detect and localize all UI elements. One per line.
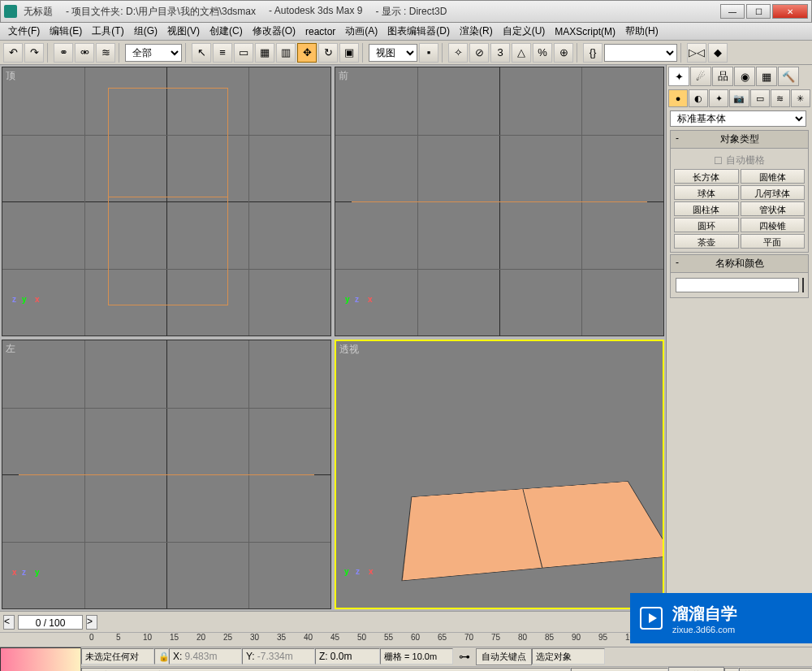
frame-counter[interactable]: 0 / 100	[18, 615, 83, 630]
object-color-swatch[interactable]	[802, 278, 804, 292]
viewport-perspective-label: 透视	[339, 343, 359, 357]
select-rect-button[interactable]: ▭	[234, 43, 253, 63]
tab-modify[interactable]: ☄	[690, 67, 711, 86]
subtab-spacewarps[interactable]: ≋	[771, 89, 790, 107]
link-button[interactable]: ⚭	[54, 43, 73, 63]
menu-reactor[interactable]: reactor	[300, 24, 340, 39]
redo-button[interactable]: ↷	[24, 43, 44, 63]
selection-filter-dropdown[interactable]: 全部	[125, 44, 182, 62]
tab-motion[interactable]: ◉	[734, 67, 755, 86]
menu-customize[interactable]: 自定义(U)	[498, 23, 551, 40]
keyboard-shortcut-button[interactable]: ⊘	[469, 43, 489, 63]
scale-button[interactable]: ▣	[339, 43, 359, 63]
reference-coord-dropdown[interactable]: 视图	[369, 44, 417, 62]
mirror-button[interactable]: ▷◁	[687, 43, 706, 63]
subtab-lights[interactable]: ✦	[709, 89, 728, 107]
object-name-input[interactable]	[676, 278, 799, 292]
tab-utilities[interactable]: 🔨	[778, 67, 799, 86]
pivot-button[interactable]: ▪	[419, 43, 438, 63]
menu-views[interactable]: 视图(V)	[162, 23, 205, 40]
viewport-top-label: 顶	[6, 69, 15, 83]
select-window-button[interactable]: ▦	[255, 43, 274, 63]
bind-button[interactable]: ≋	[96, 43, 115, 63]
subtab-shapes[interactable]: ◐	[689, 89, 708, 107]
menu-create[interactable]: 创建(C)	[205, 23, 248, 40]
named-selection-button[interactable]: {}	[583, 43, 603, 63]
time-slider-next[interactable]: >	[86, 615, 97, 630]
title-untitled: 无标题	[24, 5, 53, 19]
key-icon: ⊶	[453, 648, 476, 665]
btn-tube[interactable]: 管状体	[741, 201, 806, 216]
time-slider-prev[interactable]: <	[3, 615, 15, 630]
tab-display[interactable]: ▦	[756, 67, 777, 86]
move-button[interactable]: ✥	[297, 43, 317, 63]
btn-plane[interactable]: 平面	[741, 234, 806, 249]
menu-help[interactable]: 帮助(H)	[620, 23, 663, 40]
category-dropdown[interactable]: 标准基本体	[670, 110, 806, 127]
angle-snap-button[interactable]: △	[512, 43, 531, 63]
select-crossing-button[interactable]: ▥	[276, 43, 296, 63]
align-button[interactable]: ◆	[708, 43, 728, 63]
subtab-systems[interactable]: ✳	[791, 89, 810, 107]
lock-icon[interactable]: 🔒	[154, 648, 169, 665]
key-filter-button[interactable]: 关键点过滤器	[739, 668, 812, 671]
prompt-text: 单击并拖动以选择并移动对象	[81, 668, 571, 671]
percent-snap-button[interactable]: %	[533, 43, 552, 63]
btn-torus[interactable]: 圆环	[674, 218, 739, 232]
autogrid-checkbox[interactable]: ☐自动栅格	[674, 152, 805, 169]
undo-button[interactable]: ↶	[3, 43, 23, 63]
snap-toggle-button[interactable]: 3	[490, 43, 510, 63]
add-time-tag[interactable]: 添加时间标记	[571, 668, 668, 671]
select-button[interactable]: ↖	[192, 43, 211, 63]
menu-graph[interactable]: 图表编辑器(D)	[382, 23, 455, 40]
autokey-button[interactable]: 自动关键点	[476, 648, 532, 665]
coord-x[interactable]: X: 9.483m	[169, 648, 242, 665]
minimize-button[interactable]: —	[720, 4, 745, 19]
viewport-left[interactable]: 左 z y x	[2, 340, 331, 609]
unlink-button[interactable]: ⚮	[75, 43, 94, 63]
top-view-object	[108, 88, 228, 305]
watermark-play-icon	[640, 607, 663, 630]
viewport-perspective[interactable]: 透视 z x y	[335, 340, 664, 609]
ruler-tick: 80	[518, 633, 527, 642]
btn-sphere[interactable]: 球体	[674, 185, 739, 200]
ruler-tick: 30	[250, 633, 259, 642]
named-selection-dropdown[interactable]	[604, 44, 677, 62]
rollout-name-color-header[interactable]: 名称和颜色	[671, 255, 808, 273]
btn-box[interactable]: 长方体	[674, 169, 739, 184]
coord-z[interactable]: Z: 0.0m	[315, 648, 380, 665]
menu-edit[interactable]: 编辑(E)	[45, 23, 87, 40]
btn-pyramid[interactable]: 四棱锥	[741, 218, 806, 232]
menu-file[interactable]: 文件(F)	[3, 23, 45, 40]
key-target-dropdown[interactable]: 选定对象	[532, 648, 605, 665]
menu-group[interactable]: 组(G)	[129, 23, 162, 40]
viewport-top[interactable]: 顶 y x z	[2, 67, 331, 336]
select-name-button[interactable]: ≡	[213, 43, 232, 63]
btn-teapot[interactable]: 茶壶	[674, 234, 739, 249]
rotate-button[interactable]: ↻	[318, 43, 338, 63]
subtab-helpers[interactable]: ▭	[750, 89, 770, 107]
ruler-tick: 85	[545, 633, 554, 642]
menu-rendering[interactable]: 渲染(R)	[455, 23, 498, 40]
key-mode-icon[interactable]: ⊸	[724, 668, 739, 671]
btn-cylinder[interactable]: 圆柱体	[674, 201, 739, 216]
menu-modifiers[interactable]: 修改器(O)	[248, 23, 300, 40]
close-button[interactable]: ✕	[772, 4, 808, 19]
coord-y[interactable]: Y: -7.334m	[242, 648, 315, 665]
menu-animation[interactable]: 动画(A)	[340, 23, 382, 40]
btn-cone[interactable]: 圆锥体	[741, 169, 806, 184]
subtab-cameras[interactable]: 📷	[729, 89, 749, 107]
setkey-button[interactable]: 设置关键点	[668, 667, 724, 671]
spinner-snap-button[interactable]: ⊕	[554, 43, 573, 63]
btn-geosphere[interactable]: 几何球体	[741, 185, 806, 200]
menu-maxscript[interactable]: MAXScript(M)	[550, 24, 620, 39]
tab-create[interactable]: ✦	[668, 67, 689, 86]
viewport-front[interactable]: 前 z x y	[335, 67, 664, 336]
tab-hierarchy[interactable]: 品	[712, 67, 733, 86]
maximize-button[interactable]: ☐	[746, 4, 771, 19]
select-manipulate-button[interactable]: ✧	[448, 43, 468, 63]
rollout-object-type-header[interactable]: 对象类型	[671, 131, 808, 149]
subtab-geometry[interactable]: ●	[668, 89, 688, 107]
ruler-tick: 40	[304, 633, 313, 642]
menu-tools[interactable]: 工具(T)	[87, 23, 128, 40]
